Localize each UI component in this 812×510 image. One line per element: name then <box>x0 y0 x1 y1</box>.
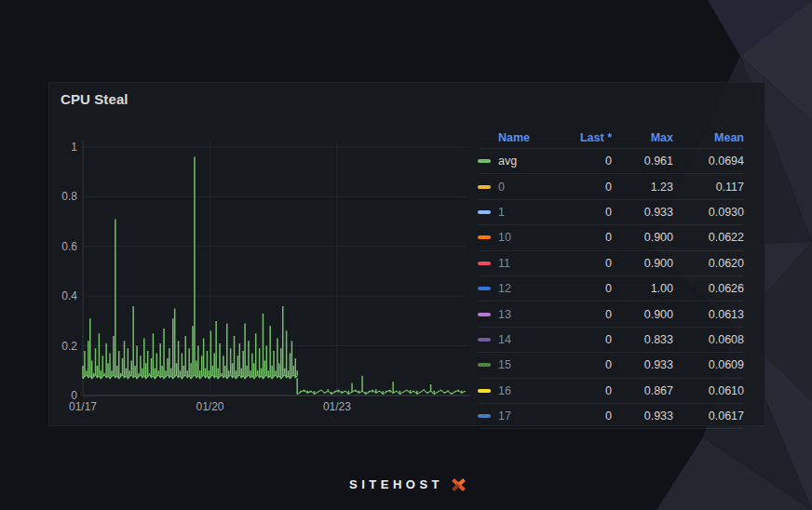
series-color-swatch-icon <box>478 235 491 239</box>
legend-series-toggle[interactable]: 0 <box>478 181 554 194</box>
series-color-swatch-icon <box>478 414 491 418</box>
legend-mean-value: 0.0609 <box>673 358 744 371</box>
legend-table: Name Last * Max Mean avg 0 0.961 0.0694 … <box>470 127 751 429</box>
legend-last-value: 0 <box>554 384 612 397</box>
legend-last-value: 0 <box>554 257 612 270</box>
legend-series-name: 10 <box>498 231 511 244</box>
legend-header-last[interactable]: Last * <box>554 131 612 144</box>
series-color-swatch-icon <box>478 338 491 342</box>
legend-row[interactable]: 17 0 0.933 0.0617 <box>478 403 744 428</box>
legend-row[interactable]: 14 0 0.833 0.0608 <box>478 327 744 352</box>
series-color-swatch-icon <box>478 389 491 393</box>
legend-mean-value: 0.0626 <box>673 282 744 295</box>
legend-max-value: 0.900 <box>612 257 673 270</box>
legend-series-toggle[interactable]: 10 <box>478 231 554 244</box>
legend-row[interactable]: 1 0 0.933 0.0930 <box>478 199 744 224</box>
legend-max-value: 1.23 <box>612 181 673 194</box>
legend-row[interactable]: 10 0 0.900 0.0622 <box>478 224 744 249</box>
series-avg-trace <box>83 156 465 394</box>
legend-mean-value: 0.0930 <box>673 206 744 219</box>
legend-header-row: Name Last * Max Mean <box>478 127 744 148</box>
legend-mean-value: 0.0613 <box>673 308 744 321</box>
series-baseline <box>83 375 465 395</box>
y-axis-tick-label: 1 <box>49 141 77 154</box>
legend-max-value: 0.900 <box>612 308 673 321</box>
y-axis-tick-label: 0.4 <box>49 289 77 302</box>
series-color-swatch-icon <box>478 159 491 163</box>
series-color-swatch-icon <box>478 313 491 316</box>
legend-series-name: 12 <box>498 282 511 295</box>
legend-mean-value: 0.0617 <box>673 409 744 423</box>
series-color-swatch-icon <box>478 185 491 189</box>
legend-header-name[interactable]: Name <box>478 131 554 144</box>
legend-last-value: 0 <box>554 333 612 346</box>
x-axis-tick-label: 01/20 <box>183 400 236 413</box>
legend-series-name: 15 <box>498 358 511 371</box>
legend-mean-value: 0.0620 <box>673 257 744 270</box>
legend-series-name: 16 <box>498 384 511 397</box>
legend-series-toggle[interactable]: 1 <box>478 206 554 219</box>
legend-mean-value: 0.0694 <box>673 154 744 168</box>
legend-max-value: 0.933 <box>612 409 673 423</box>
legend-max-value: 1.00 <box>612 282 673 295</box>
legend-series-toggle[interactable]: 13 <box>478 308 554 321</box>
series-color-swatch-icon <box>478 287 491 290</box>
legend-mean-value: 0.0608 <box>673 333 744 346</box>
footer: SITEHOST <box>0 477 812 491</box>
legend-last-value: 0 <box>554 308 612 321</box>
legend-series-name: avg <box>498 154 517 168</box>
legend-last-value: 0 <box>554 154 612 168</box>
legend-series-toggle[interactable]: 15 <box>478 358 554 371</box>
x-axis-tick-label: 01/23 <box>311 400 363 413</box>
legend-series-toggle[interactable]: avg <box>478 154 554 168</box>
legend-row[interactable]: 12 0 1.00 0.0626 <box>478 275 744 301</box>
legend-last-value: 0 <box>554 358 612 371</box>
legend-last-value: 0 <box>554 181 612 194</box>
legend-last-value: 0 <box>554 206 612 219</box>
legend-series-name: 11 <box>498 257 510 270</box>
legend-series-toggle[interactable]: 17 <box>478 409 554 423</box>
brand-wordmark: SITEHOST <box>345 477 443 491</box>
x-axis-tick-label: 01/17 <box>57 400 109 413</box>
legend-max-value: 0.900 <box>612 231 673 244</box>
legend-series-toggle[interactable]: 11 <box>478 257 554 270</box>
legend-series-toggle[interactable]: 16 <box>478 384 554 397</box>
series-color-swatch-icon <box>478 210 491 214</box>
legend-max-value: 0.933 <box>612 358 673 371</box>
legend-series-name: 13 <box>498 308 511 321</box>
y-axis-tick-label: 0.2 <box>49 340 77 353</box>
legend-mean-value: 0.0622 <box>673 231 744 244</box>
legend-header-max[interactable]: Max <box>612 131 673 144</box>
series-color-swatch-icon <box>478 262 491 265</box>
legend-row[interactable]: 15 0 0.933 0.0609 <box>478 352 744 377</box>
legend-max-value: 0.933 <box>612 206 673 219</box>
legend-series-name: 0 <box>498 181 505 194</box>
legend-series-toggle[interactable]: 12 <box>478 282 554 295</box>
legend-series-name: 14 <box>498 333 511 346</box>
legend-series-name: 1 <box>498 206 505 219</box>
cpu-steal-panel: CPU Steal 00.20.40.60.8101/1701/2001/23 … <box>48 82 765 426</box>
legend-max-value: 0.833 <box>612 333 673 346</box>
legend-row[interactable]: 16 0 0.867 0.0610 <box>478 378 744 403</box>
legend-last-value: 0 <box>554 231 612 244</box>
legend-mean-value: 0.0610 <box>673 384 744 397</box>
legend-mean-value: 0.117 <box>673 181 744 194</box>
legend-header-mean[interactable]: Mean <box>673 131 744 144</box>
legend-row[interactable]: 11 0 0.900 0.0620 <box>478 250 744 275</box>
legend-series-name: 17 <box>498 409 511 423</box>
sitehost-x-logo-icon <box>451 478 467 491</box>
legend-max-value: 0.961 <box>612 154 673 168</box>
legend-last-value: 0 <box>554 409 612 423</box>
y-axis-tick-label: 0.8 <box>49 190 77 203</box>
legend-last-value: 0 <box>554 282 612 295</box>
legend-row[interactable]: avg 0 0.961 0.0694 <box>478 148 744 173</box>
y-axis-tick-label: 0.6 <box>49 240 77 253</box>
legend-row[interactable]: 13 0 0.900 0.0613 <box>478 301 744 326</box>
series-color-swatch-icon <box>478 363 491 367</box>
legend-max-value: 0.867 <box>612 384 673 397</box>
legend-series-toggle[interactable]: 14 <box>478 333 554 346</box>
legend-row[interactable]: 0 0 1.23 0.117 <box>478 173 744 198</box>
legend-rows: avg 0 0.961 0.0694 0 0 1.23 0.117 1 0 0.… <box>478 148 744 429</box>
